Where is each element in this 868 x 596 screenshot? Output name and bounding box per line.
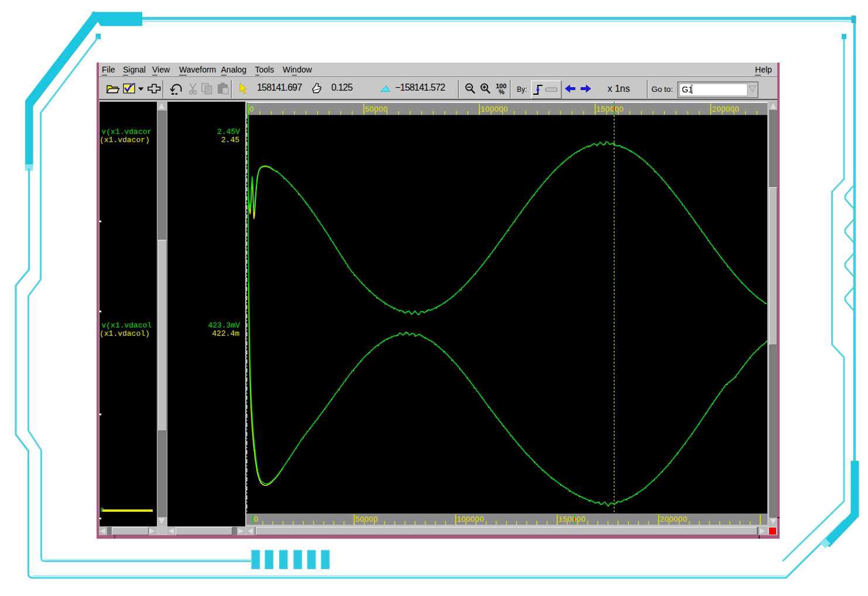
svg-text:200000: 200000 bbox=[712, 105, 739, 113]
svg-text:0: 0 bbox=[254, 515, 259, 523]
svg-text:200000: 200000 bbox=[660, 515, 688, 523]
svg-text:%: % bbox=[499, 88, 505, 95]
svg-text:100000: 100000 bbox=[457, 515, 485, 523]
svg-text:150000: 150000 bbox=[558, 515, 586, 523]
svg-text:G1: G1 bbox=[682, 85, 693, 94]
svg-text:150000: 150000 bbox=[596, 105, 624, 113]
svg-text:50000: 50000 bbox=[365, 105, 388, 113]
svg-text:100000: 100000 bbox=[481, 105, 508, 113]
svg-text:0: 0 bbox=[249, 105, 254, 113]
svg-text:50000: 50000 bbox=[355, 515, 378, 523]
